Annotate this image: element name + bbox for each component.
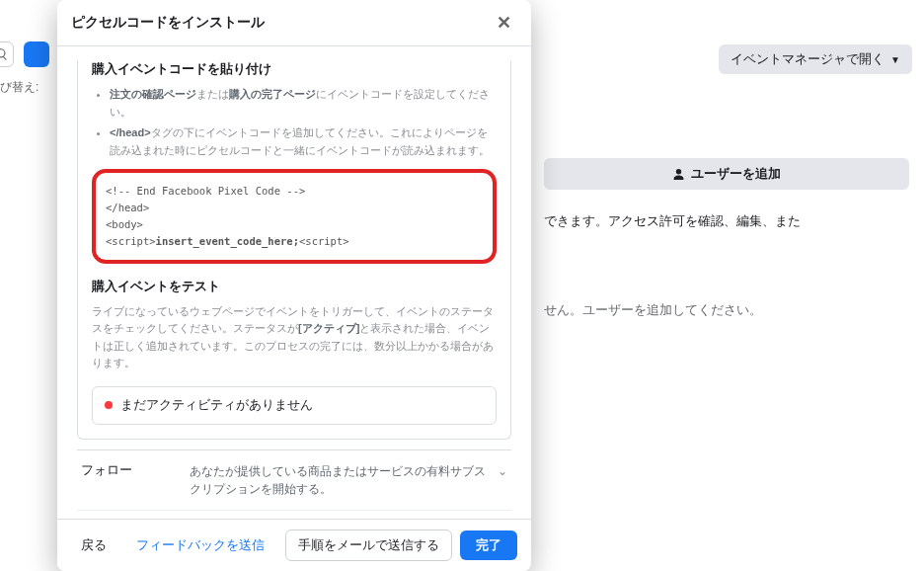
modal-title: ピクセルコードをインストール	[71, 14, 265, 32]
code-sample-box: <!-- End Facebook Pixel Code --> </head>…	[92, 169, 497, 263]
event-type-description: あなたが提供している商品またはサービスの有料サブスクリプションを開始する。	[190, 462, 488, 498]
footer-right: 手順をメールで送信する 完了	[285, 530, 517, 561]
modal-footer: 戻る フィードバックを送信 手順をメールで送信する 完了	[57, 519, 531, 571]
activity-status-box: まだアクティビティがありません	[92, 386, 497, 425]
no-activity-label: まだアクティビティがありません	[120, 397, 313, 414]
footer-left: 戻る フィードバックを送信	[71, 530, 274, 560]
instruction-item: </head>タグの下にイベントコードを追加してください。これによりページを読み…	[110, 124, 497, 159]
test-event-heading: 購入イベントをテスト	[92, 278, 497, 295]
status-dot-icon	[105, 401, 113, 409]
done-button[interactable]: 完了	[460, 530, 517, 560]
feedback-button[interactable]: フィードバックを送信	[126, 530, 274, 560]
close-button[interactable]: ✕	[491, 10, 517, 36]
modal-body[interactable]: 購入イベントコードを貼り付け 注文の確認ページまたは購入の完了ページにイベントコ…	[57, 46, 531, 519]
email-steps-button[interactable]: 手順をメールで送信する	[285, 530, 452, 561]
event-type-list: フォローあなたが提供している商品またはサービスの有料サブスクリプションを開始する…	[77, 449, 511, 519]
event-type-label: フォロー	[81, 462, 180, 479]
modal-header: ピクセルコードをインストール ✕	[57, 0, 531, 46]
instructions-list: 注文の確認ページまたは購入の完了ページにイベントコードを設定してください。 </…	[110, 86, 497, 159]
install-pixel-modal: ピクセルコードをインストール ✕ 購入イベントコードを貼り付け 注文の確認ページ…	[57, 0, 531, 571]
modal-overlay: ピクセルコードをインストール ✕ 購入イベントコードを貼り付け 注文の確認ページ…	[0, 0, 924, 571]
back-button[interactable]: 戻る	[71, 530, 116, 560]
paste-code-heading: 購入イベントコードを貼り付け	[92, 60, 497, 78]
test-event-description: ライブになっているウェブページでイベントをトリガーして、イベントのステータスをチ…	[92, 303, 497, 372]
close-icon: ✕	[497, 13, 511, 33]
event-type-row[interactable]: トライアルの開始あなたが提供している製品またはサービスの無料トライアルを開始する…	[77, 511, 511, 519]
paste-code-section: 購入イベントコードを貼り付け 注文の確認ページまたは購入の完了ページにイベントコ…	[77, 60, 511, 440]
instruction-item: 注文の確認ページまたは購入の完了ページにイベントコードを設定してください。	[110, 86, 497, 121]
event-type-row[interactable]: フォローあなたが提供している商品またはサービスの有料サブスクリプションを開始する…	[77, 450, 511, 511]
chevron-down-icon: ⌄	[498, 462, 507, 478]
